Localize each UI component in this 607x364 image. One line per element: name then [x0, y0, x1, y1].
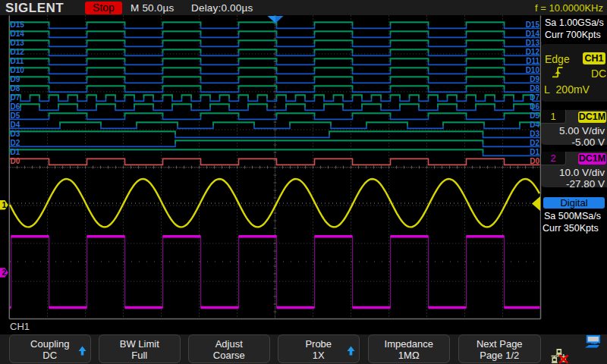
svg-text:D6: D6 [11, 102, 20, 111]
svg-text:D2: D2 [530, 139, 539, 147]
svg-text:D9: D9 [11, 75, 20, 83]
svg-text:D14: D14 [11, 30, 25, 38]
svg-text:D11: D11 [526, 57, 539, 65]
svg-text:D11: D11 [11, 57, 24, 65]
svg-text:D4: D4 [530, 121, 539, 129]
svg-text:D15: D15 [11, 20, 25, 29]
svg-text:D13: D13 [526, 39, 540, 47]
svg-text:D12: D12 [11, 48, 25, 56]
svg-text:D14: D14 [526, 30, 540, 38]
svg-text:D15: D15 [526, 20, 540, 29]
svg-text:D10: D10 [11, 66, 25, 74]
svg-text:D5: D5 [530, 111, 539, 120]
svg-text:D0: D0 [530, 157, 539, 165]
svg-text:D5: D5 [11, 111, 20, 120]
svg-text:D3: D3 [530, 130, 539, 138]
svg-text:D7: D7 [11, 93, 20, 102]
svg-text:D0: D0 [11, 157, 20, 165]
svg-text:D8: D8 [530, 84, 539, 93]
svg-text:D4: D4 [11, 121, 20, 129]
svg-text:D6: D6 [530, 102, 539, 111]
svg-text:D2: D2 [11, 139, 20, 147]
svg-text:D9: D9 [530, 75, 539, 83]
svg-text:D10: D10 [526, 66, 540, 74]
svg-text:D1: D1 [530, 148, 539, 156]
svg-text:D8: D8 [11, 84, 20, 93]
svg-text:D3: D3 [11, 130, 20, 138]
svg-text:D13: D13 [11, 39, 25, 47]
svg-text:D12: D12 [526, 48, 540, 56]
svg-text:D7: D7 [530, 93, 539, 102]
svg-text:2: 2 [2, 268, 7, 277]
svg-text:1: 1 [2, 200, 7, 209]
svg-text:D1: D1 [11, 148, 20, 156]
